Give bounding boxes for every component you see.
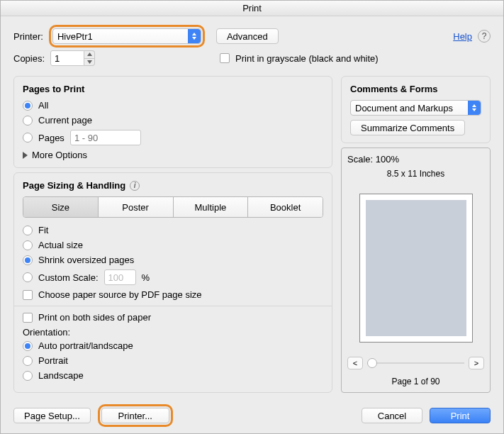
next-page-button[interactable]: >	[469, 357, 484, 369]
copies-label: Copies:	[13, 53, 45, 64]
pages-range-label: Pages	[38, 133, 65, 143]
orient-auto-label: Auto portrait/landscape	[38, 340, 133, 351]
help-link[interactable]: Help	[453, 31, 472, 42]
preview-content	[366, 200, 466, 336]
pages-all-label: All	[38, 100, 48, 111]
fit-radio[interactable]	[23, 226, 33, 235]
sizing-segmented: Size Poster Multiple Booklet	[23, 196, 323, 218]
preview-page	[359, 194, 473, 343]
pages-title: Pages to Print	[23, 84, 323, 94]
custom-scale-input[interactable]	[104, 269, 136, 285]
fit-label: Fit	[38, 225, 48, 235]
pages-range-input[interactable]	[70, 130, 141, 145]
print-button[interactable]: Print	[430, 408, 491, 423]
divider	[14, 306, 332, 306]
sizing-title: Page Sizing & Handling	[23, 180, 125, 191]
orient-landscape-radio[interactable]	[23, 371, 33, 381]
more-options-label[interactable]: More Options	[32, 150, 87, 160]
printer-dialog-button[interactable]: Printer...	[101, 408, 169, 423]
orientation-label: Orientation:	[23, 327, 323, 338]
duplex-label: Print on both sides of paper	[38, 312, 151, 323]
grayscale-checkbox[interactable]	[220, 53, 230, 63]
slider-thumb[interactable]	[367, 358, 377, 368]
seg-size[interactable]: Size	[23, 197, 99, 217]
seg-poster[interactable]: Poster	[99, 197, 174, 217]
cancel-button[interactable]: Cancel	[362, 408, 422, 423]
orient-portrait-radio[interactable]	[23, 356, 33, 366]
info-icon[interactable]: i	[130, 181, 140, 191]
page-slider[interactable]	[367, 358, 464, 368]
shrink-label: Shrink oversized pages	[38, 255, 134, 265]
actual-radio[interactable]	[23, 240, 33, 250]
pages-range-radio[interactable]	[23, 133, 33, 143]
paper-size-label: 8.5 x 11 Inches	[347, 169, 484, 179]
percent-label: %	[142, 272, 150, 283]
advanced-button[interactable]: Advanced	[216, 28, 279, 44]
pages-current-radio[interactable]	[23, 116, 33, 126]
preview-group: Scale: 100% 8.5 x 11 Inches < > Page 1 o…	[341, 148, 491, 393]
copies-input[interactable]	[50, 50, 84, 66]
chevron-down-icon	[84, 59, 94, 66]
orient-auto-radio[interactable]	[23, 341, 33, 351]
prev-page-button[interactable]: <	[347, 357, 363, 369]
sizing-title-row: Page Sizing & Handling i	[23, 180, 323, 191]
paper-source-checkbox[interactable]	[23, 290, 33, 300]
printer-button-highlight: Printer...	[98, 404, 173, 427]
summarize-button[interactable]: Summarize Comments	[350, 120, 465, 135]
print-dialog: Print Printer: HivePtr1 Advanced Help ? …	[0, 0, 504, 434]
printer-select[interactable]: HivePtr1	[52, 28, 201, 44]
comments-group: Comments & Forms Document and Markups Su…	[341, 76, 491, 143]
sizing-group: Page Sizing & Handling i Size Poster Mul…	[13, 172, 332, 393]
copies-stepper[interactable]	[84, 50, 95, 66]
help-icon[interactable]: ?	[478, 30, 491, 43]
pages-current-label: Current page	[38, 115, 92, 126]
printer-value: HivePtr1	[57, 31, 93, 42]
pages-group: Pages to Print All Current page Pages Mo…	[13, 76, 332, 168]
scale-label: Scale: 100%	[347, 154, 484, 165]
printer-highlight: HivePtr1	[49, 25, 205, 48]
grayscale-label: Print in grayscale (black and white)	[235, 53, 379, 64]
paper-source-label: Choose paper source by PDF page size	[38, 289, 202, 300]
disclosure-triangle-icon[interactable]	[23, 152, 28, 159]
seg-booklet[interactable]: Booklet	[248, 197, 323, 217]
chevron-up-icon	[84, 51, 94, 59]
select-arrows-icon	[188, 29, 201, 43]
orient-portrait-label: Portrait	[38, 355, 68, 366]
page-count-label: Page 1 of 90	[347, 377, 484, 386]
pages-all-radio[interactable]	[23, 101, 33, 111]
comments-select[interactable]: Document and Markups	[350, 100, 481, 116]
comments-value: Document and Markups	[355, 103, 453, 113]
page-setup-button[interactable]: Page Setup...	[13, 408, 91, 423]
comments-title: Comments & Forms	[350, 84, 481, 94]
seg-multiple[interactable]: Multiple	[174, 197, 249, 217]
custom-scale-label: Custom Scale:	[38, 272, 99, 283]
duplex-checkbox[interactable]	[23, 313, 33, 323]
window-title: Print	[1, 1, 503, 16]
actual-label: Actual size	[38, 240, 83, 250]
printer-label: Printer:	[13, 31, 43, 42]
shrink-radio[interactable]	[23, 255, 33, 265]
custom-scale-radio[interactable]	[23, 272, 33, 282]
orient-landscape-label: Landscape	[38, 370, 84, 381]
select-arrows-icon	[468, 101, 481, 115]
